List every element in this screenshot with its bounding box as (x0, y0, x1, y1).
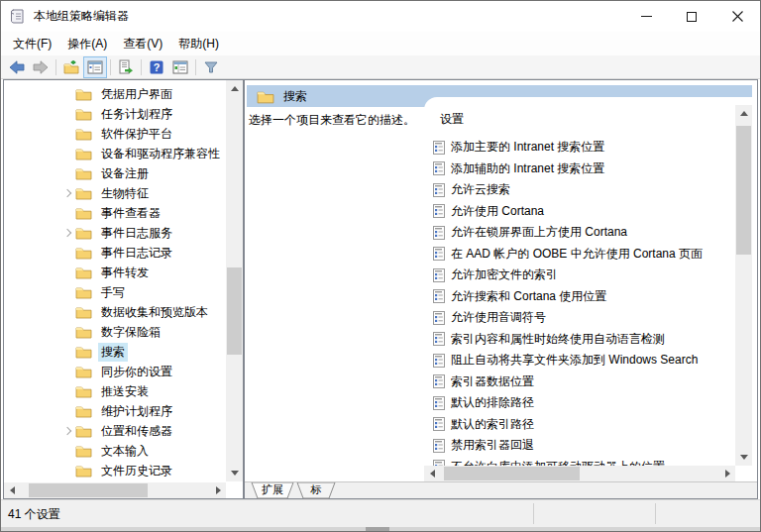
filter-icon (203, 59, 219, 75)
tree-item-label: 凭据用户界面 (98, 85, 175, 104)
close-button[interactable] (714, 1, 760, 32)
tree-item[interactable]: 推送安装 (4, 381, 226, 401)
scrollbar-thumb[interactable] (444, 467, 580, 480)
tree-item-label: 任务计划程序 (98, 105, 175, 124)
tree-item-label: 事件日志记录 (98, 244, 175, 263)
tree-item[interactable]: 任务计划程序 (4, 104, 226, 124)
tree-item-label: 文本输入 (98, 442, 152, 461)
window-bottom-edge (1, 527, 760, 532)
chevron-right-icon[interactable] (61, 228, 75, 238)
scroll-right-button[interactable] (210, 482, 226, 498)
forward-button[interactable] (29, 56, 53, 78)
policy-setting-item[interactable]: 索引器数据位置 (424, 372, 735, 393)
policy-setting-item[interactable]: 允许在锁屏界面上方使用 Cortana (424, 222, 735, 244)
tree-item[interactable]: 数字保险箱 (4, 322, 226, 342)
policy-setting-item[interactable]: 不允许向库中添加可移动驱动器上的位置 (424, 457, 735, 467)
policy-setting-item[interactable]: 允许使用 Cortana (424, 201, 735, 223)
tree-item[interactable]: 事件日志记录 (4, 243, 226, 263)
policy-setting-icon (433, 247, 445, 261)
back-icon (9, 59, 25, 75)
policy-setting-label: 索引内容和属性时始终使用自动语言检测 (451, 331, 665, 348)
tree-item[interactable]: 数据收集和预览版本 (4, 302, 226, 322)
tree-item[interactable]: 生物特征 (4, 183, 226, 203)
policy-setting-icon (433, 439, 445, 453)
scrollbar-thumb[interactable] (29, 483, 148, 497)
policy-setting-item[interactable]: 禁用索引器回退 (424, 435, 735, 457)
statusbar: 41 个设置 (1, 499, 760, 527)
tree-item[interactable]: 事件查看器 (4, 203, 226, 223)
filter-button[interactable] (199, 56, 223, 78)
export-list-button[interactable] (114, 56, 138, 78)
scroll-up-button[interactable] (735, 105, 752, 122)
policy-setting-item[interactable]: 添加主要的 Intranet 搜索位置 (424, 137, 735, 159)
toolbar-separator (110, 59, 111, 75)
tree-item[interactable]: 文本输入 (4, 441, 226, 461)
policy-setting-icon (433, 374, 445, 388)
tree-item[interactable]: 搜索 (4, 342, 226, 362)
scroll-right-button[interactable] (719, 466, 735, 481)
policy-setting-item[interactable]: 添加辅助的 Intranet 搜索位置 (424, 159, 735, 180)
export-list-icon (118, 59, 134, 75)
tree-item[interactable]: 同步你的设置 (4, 362, 226, 381)
policy-setting-item[interactable]: 允许云搜索 (424, 179, 735, 201)
up-one-level-button[interactable] (59, 56, 83, 78)
policy-setting-label: 允许加密文件的索引 (451, 266, 558, 283)
scroll-left-button[interactable] (424, 466, 440, 481)
console-tree-icon (87, 59, 103, 75)
policy-setting-item[interactable]: 允许搜索和 Cortana 使用位置 (424, 286, 735, 308)
tree-item[interactable]: 事件日志服务 (4, 223, 226, 243)
policy-setting-icon (433, 268, 445, 282)
chevron-right-icon[interactable] (61, 188, 75, 198)
settings-vertical-scrollbar[interactable] (735, 105, 752, 466)
policy-setting-item[interactable]: 默认的排除路径 (424, 392, 735, 414)
maximize-icon (687, 12, 697, 22)
scroll-down-button[interactable] (226, 465, 243, 481)
tab-standard[interactable]: 标准 (296, 482, 336, 499)
tree-item[interactable]: 文件历史记录 (4, 461, 226, 480)
folder-icon (75, 246, 92, 260)
settings-list: 添加主要的 Intranet 搜索位置 添加辅助的 Intranet 搜索位置 (424, 137, 735, 466)
scroll-up-button[interactable] (226, 80, 243, 97)
menu-action[interactable]: 操作(A) (59, 32, 115, 56)
policy-setting-item[interactable]: 阻止自动将共享文件夹添加到 Windows Search (424, 350, 735, 372)
tree-vertical-scrollbar[interactable] (226, 80, 243, 481)
policy-setting-icon (433, 226, 445, 240)
help-button[interactable]: ? (145, 56, 168, 78)
policy-setting-item[interactable]: 在 AAD 帐户的 OOBE 中允许使用 Cortana 页面 (424, 244, 735, 266)
policy-setting-label: 禁用索引器回退 (451, 437, 534, 454)
show-console-tree-button[interactable] (83, 56, 107, 78)
tree-horizontal-scrollbar[interactable] (4, 482, 226, 498)
policy-setting-label: 阻止自动将共享文件夹添加到 Windows Search (451, 352, 698, 369)
back-button[interactable] (5, 56, 29, 78)
policy-setting-label: 允许在锁屏界面上方使用 Cortana (451, 224, 627, 241)
tree-item[interactable]: 手写 (4, 282, 226, 302)
chevron-right-icon[interactable] (61, 426, 75, 436)
settings-horizontal-scrollbar[interactable] (424, 466, 735, 481)
toolbar: ? (1, 55, 760, 79)
tree-item[interactable]: 事件转发 (4, 263, 226, 282)
tree-item[interactable]: 软件保护平台 (4, 124, 226, 144)
scrollbar-thumb[interactable] (227, 267, 242, 355)
policy-setting-item[interactable]: 允许使用音调符号 (424, 307, 735, 329)
maximize-button[interactable] (669, 1, 714, 32)
scroll-down-button[interactable] (735, 449, 752, 466)
settings-column-header[interactable]: 设置 (440, 111, 464, 128)
minimize-button[interactable] (623, 1, 669, 32)
tree-item[interactable]: 维护计划程序 (4, 401, 226, 421)
menu-file[interactable]: 文件(F) (5, 32, 59, 56)
new-window-button[interactable] (168, 56, 192, 78)
tree-item[interactable]: 设备注册 (4, 163, 226, 183)
menubar: 文件(F) 操作(A) 查看(V) 帮助(H) (1, 32, 760, 55)
tree-item[interactable]: 位置和传感器 (4, 421, 226, 441)
scroll-left-button[interactable] (4, 482, 20, 498)
tree-item[interactable]: 凭据用户界面 (4, 84, 226, 104)
menu-help[interactable]: 帮助(H) (170, 32, 227, 56)
tab-extended[interactable]: 扩展 (251, 482, 294, 499)
policy-setting-item[interactable]: 允许加密文件的索引 (424, 265, 735, 286)
policy-setting-item[interactable]: 默认的索引路径 (424, 414, 735, 436)
tree-item[interactable]: 设备和驱动程序兼容性 (4, 144, 226, 163)
policy-setting-item[interactable]: 索引内容和属性时始终使用自动语言检测 (424, 329, 735, 351)
menu-view[interactable]: 查看(V) (115, 32, 170, 56)
scrollbar-thumb[interactable] (736, 126, 751, 255)
up-one-level-icon (63, 59, 79, 75)
